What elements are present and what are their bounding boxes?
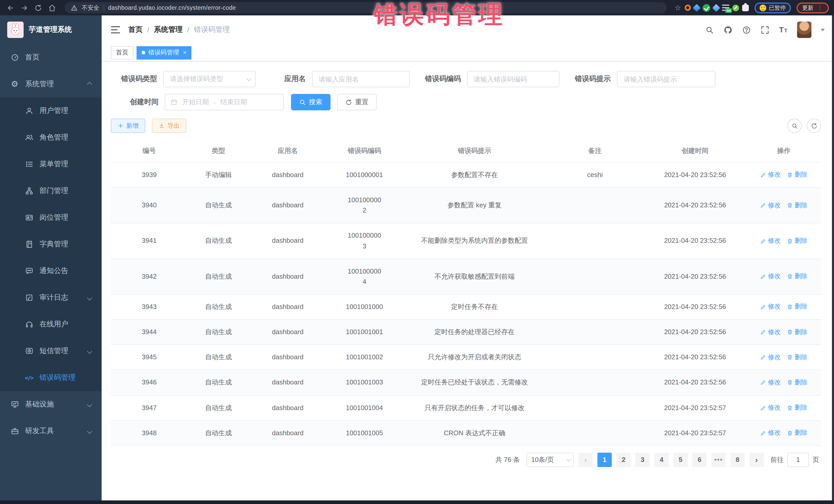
sidebar-item-system[interactable]: ⚙ 系统管理 — [0, 71, 102, 97]
page-number-button[interactable]: 3 — [635, 453, 650, 467]
chevron-down-icon — [566, 457, 571, 462]
search-button[interactable]: 搜索 — [291, 94, 331, 110]
chevron-down-icon — [87, 402, 92, 407]
sidebar-logo-row[interactable]: 芋道管理系统 — [0, 15, 102, 44]
hamburger-icon[interactable] — [111, 26, 120, 34]
error-hint-input[interactable] — [617, 71, 716, 87]
extension-icon-puzzle[interactable] — [742, 4, 749, 11]
error-type-select[interactable]: 请选择错误码类型 — [163, 71, 256, 87]
edit-link[interactable]: 修改 — [760, 271, 781, 282]
page-number-button[interactable]: 2 — [616, 453, 631, 467]
home-icon[interactable] — [47, 3, 57, 13]
delete-link[interactable]: 删除 — [787, 200, 808, 211]
browser-update-button[interactable]: 更新 ⋮ — [796, 2, 829, 13]
sidebar-item-dev-tools[interactable]: 研发工具 — [0, 418, 102, 444]
sidebar-item-departments[interactable]: 部门管理 — [0, 178, 102, 204]
delete-link[interactable]: 删除 — [787, 428, 808, 438]
extension-icon-orange[interactable] — [685, 5, 691, 11]
security-label[interactable]: 不安全 — [82, 4, 99, 12]
browser-menu-icon[interactable]: ⋮ — [817, 5, 823, 11]
forward-icon[interactable] — [19, 3, 29, 13]
sidebar-item-label: 部门管理 — [40, 186, 68, 196]
extension-icon-gem[interactable] — [693, 4, 701, 12]
delete-link[interactable]: 删除 — [787, 378, 808, 388]
edit-link[interactable]: 修改 — [760, 352, 781, 363]
next-page-button[interactable]: › — [749, 453, 764, 467]
extension-icon-green-check[interactable] — [703, 4, 710, 12]
breadcrumb-system[interactable]: 系统管理 — [154, 25, 183, 35]
breadcrumb-home[interactable]: 首页 — [128, 25, 143, 35]
edit-link[interactable]: 修改 — [760, 200, 781, 211]
extension-icon-list[interactable]: on — [722, 5, 729, 11]
page-number-button[interactable]: 6 — [692, 453, 707, 467]
delete-link[interactable]: 删除 — [787, 352, 808, 363]
delete-link[interactable]: 删除 — [787, 271, 808, 282]
page-number-button[interactable]: 4 — [654, 453, 669, 467]
sidebar-item-dictionary[interactable]: 字典管理 — [0, 231, 102, 258]
delete-link-label: 删除 — [795, 403, 808, 413]
delete-link[interactable]: 删除 — [787, 170, 808, 180]
tab-close-icon[interactable]: × — [183, 50, 186, 56]
page-number-button[interactable]: 1 — [597, 453, 612, 467]
cell-type: 自动生成 — [188, 200, 249, 211]
avatar[interactable] — [797, 22, 811, 38]
delete-link[interactable]: 删除 — [787, 236, 808, 246]
tab-home[interactable]: 首页 — [111, 46, 133, 59]
page-size-select[interactable]: 10条/页 — [527, 453, 574, 467]
search-icon[interactable] — [705, 25, 714, 35]
address-bar[interactable]: 不安全 dashboard.yudao.iocoder.cn/system/er… — [65, 2, 667, 13]
page-number-button[interactable]: 8 — [730, 453, 745, 467]
page-number-button[interactable]: 5 — [673, 453, 688, 467]
tab-error-codes[interactable]: 错误码管理 × — [136, 46, 192, 59]
back-icon[interactable] — [5, 3, 15, 13]
goto-page-input[interactable] — [787, 453, 809, 467]
delete-link[interactable]: 删除 — [787, 302, 808, 312]
filter-row-2: 创建时间 开始日期 - 结束日期 搜索 — [111, 94, 821, 110]
sidebar-item-audit-log[interactable]: 审计日志 — [0, 284, 102, 311]
bookmark-star-icon[interactable]: ☆ — [675, 4, 681, 11]
extension-icon-green-key[interactable] — [732, 4, 739, 11]
sidebar-item-online-users[interactable]: 在线用户 — [0, 311, 102, 338]
add-button[interactable]: 新增 — [111, 118, 145, 133]
error-code-input[interactable] — [467, 71, 559, 87]
help-icon[interactable] — [742, 25, 751, 35]
refresh-button[interactable] — [807, 118, 821, 133]
edit-link[interactable]: 修改 — [760, 378, 781, 388]
profile-paused-pill[interactable]: 已暂停 — [754, 2, 791, 13]
reload-icon[interactable] — [33, 3, 43, 13]
edit-link[interactable]: 修改 — [760, 428, 781, 438]
sidebar-item-sms[interactable]: 短信管理 — [0, 338, 102, 365]
url-text[interactable]: dashboard.yudao.iocoder.cn/system/error-… — [108, 5, 236, 11]
fullscreen-icon[interactable] — [760, 25, 769, 35]
show-search-button[interactable] — [787, 118, 802, 133]
github-icon[interactable] — [723, 25, 732, 35]
sidebar-item-roles[interactable]: 角色管理 — [0, 124, 102, 151]
reset-button[interactable]: 重置 — [337, 94, 377, 110]
cell-actions: 修改 删除 — [746, 378, 821, 388]
sidebar-item-home[interactable]: 首页 — [0, 44, 102, 71]
edit-link[interactable]: 修改 — [760, 170, 781, 180]
app-name-input[interactable] — [312, 71, 410, 87]
security-warning-icon[interactable] — [71, 4, 78, 11]
delete-link[interactable]: 删除 — [787, 403, 808, 413]
date-range-picker[interactable]: 开始日期 - 结束日期 — [165, 94, 284, 110]
org-tree-icon — [25, 187, 34, 195]
font-size-icon[interactable]: TT — [778, 25, 788, 35]
export-button[interactable]: 导出 — [152, 118, 186, 133]
edit-link[interactable]: 修改 — [760, 327, 781, 337]
app-logo — [7, 22, 24, 38]
prev-page-button[interactable]: ‹ — [578, 453, 593, 467]
edit-link[interactable]: 修改 — [760, 403, 781, 413]
sidebar-item-users[interactable]: 用户管理 — [0, 97, 102, 124]
sidebar-item-error-codes[interactable]: </> 错误码管理 — [0, 365, 102, 391]
avatar-caret-down-icon[interactable] — [821, 28, 825, 31]
sidebar-item-positions[interactable]: 岗位管理 — [0, 204, 102, 231]
page-number-button[interactable]: ••• — [711, 453, 726, 467]
extension-icon-blue-diamond[interactable] — [712, 4, 720, 12]
edit-link[interactable]: 修改 — [760, 302, 781, 312]
edit-link[interactable]: 修改 — [760, 236, 781, 246]
sidebar-item-menus[interactable]: 菜单管理 — [0, 151, 102, 178]
delete-link[interactable]: 删除 — [787, 327, 808, 337]
sidebar-item-infrastructure[interactable]: 基础设施 — [0, 391, 102, 418]
sidebar-item-announcements[interactable]: 通知公告 — [0, 258, 102, 284]
